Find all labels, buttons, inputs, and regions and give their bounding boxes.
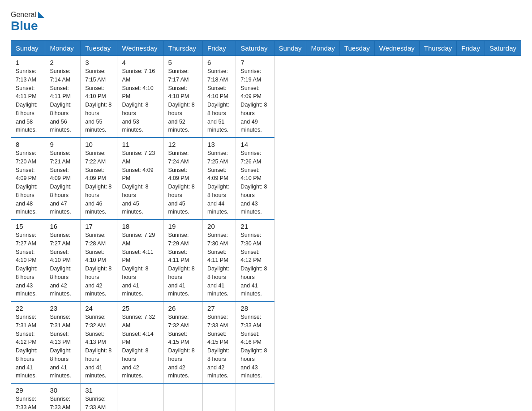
day-info: Sunrise: 7:28 AM Sunset: 4:10 PM Dayligh…	[85, 231, 112, 298]
day-number: 10	[85, 141, 112, 148]
calendar-cell: 3 Sunrise: 7:15 AM Sunset: 4:10 PM Dayli…	[81, 56, 117, 138]
calendar-cell: 27 Sunrise: 7:33 AM Sunset: 4:15 PM Dayl…	[203, 301, 236, 383]
calendar-cell: 30 Sunrise: 7:33 AM Sunset: 4:18 PM Dayl…	[45, 383, 81, 411]
day-number: 7	[240, 59, 269, 66]
day-number: 4	[122, 59, 159, 66]
day-number: 13	[207, 141, 231, 148]
day-number: 5	[168, 59, 198, 66]
calendar-cell: 2 Sunrise: 7:14 AM Sunset: 4:11 PM Dayli…	[45, 56, 81, 138]
weekday-header-wednesday: Wednesday	[117, 41, 163, 56]
calendar-week-2: 8 Sunrise: 7:20 AM Sunset: 4:09 PM Dayli…	[11, 137, 521, 219]
day-number: 6	[207, 59, 231, 66]
calendar-cell: 15 Sunrise: 7:27 AM Sunset: 4:10 PM Dayl…	[11, 219, 45, 301]
weekday-header-wednesday: Wednesday	[374, 41, 419, 56]
weekday-header-tuesday: Tuesday	[81, 41, 117, 56]
day-info: Sunrise: 7:33 AM Sunset: 4:18 PM Dayligh…	[50, 395, 76, 411]
day-number: 8	[16, 141, 40, 148]
weekday-header-saturday: Saturday	[236, 41, 274, 56]
weekday-header-friday: Friday	[457, 41, 485, 56]
day-number: 14	[240, 141, 269, 148]
calendar-table: SundayMondayTuesdayWednesdayThursdayFrid…	[11, 40, 521, 411]
day-number: 29	[16, 386, 40, 394]
day-info: Sunrise: 7:32 AM Sunset: 4:14 PM Dayligh…	[122, 313, 159, 380]
calendar-cell: 21 Sunrise: 7:30 AM Sunset: 4:12 PM Dayl…	[236, 219, 274, 301]
calendar-cell: 4 Sunrise: 7:16 AM Sunset: 4:10 PM Dayli…	[117, 56, 163, 138]
calendar-cell	[163, 383, 203, 411]
day-info: Sunrise: 7:20 AM Sunset: 4:09 PM Dayligh…	[16, 149, 40, 216]
calendar-cell: 17 Sunrise: 7:28 AM Sunset: 4:10 PM Dayl…	[81, 219, 117, 301]
day-number: 31	[85, 386, 112, 394]
calendar-week-3: 15 Sunrise: 7:27 AM Sunset: 4:10 PM Dayl…	[11, 219, 521, 301]
day-info: Sunrise: 7:33 AM Sunset: 4:19 PM Dayligh…	[85, 395, 112, 411]
calendar-cell: 11 Sunrise: 7:23 AM Sunset: 4:09 PM Dayl…	[117, 137, 163, 219]
day-info: Sunrise: 7:23 AM Sunset: 4:09 PM Dayligh…	[122, 149, 159, 216]
day-number: 12	[168, 141, 198, 148]
day-info: Sunrise: 7:22 AM Sunset: 4:09 PM Dayligh…	[85, 149, 112, 216]
day-info: Sunrise: 7:24 AM Sunset: 4:09 PM Dayligh…	[168, 149, 198, 216]
day-number: 20	[207, 223, 231, 230]
day-number: 15	[16, 223, 40, 230]
day-info: Sunrise: 7:32 AM Sunset: 4:13 PM Dayligh…	[85, 313, 112, 380]
day-info: Sunrise: 7:32 AM Sunset: 4:15 PM Dayligh…	[168, 313, 198, 380]
day-info: Sunrise: 7:29 AM Sunset: 4:11 PM Dayligh…	[122, 231, 159, 298]
day-number: 1	[16, 59, 40, 66]
calendar-cell	[236, 383, 274, 411]
calendar-cell: 29 Sunrise: 7:33 AM Sunset: 4:17 PM Dayl…	[11, 383, 45, 411]
calendar-cell: 28 Sunrise: 7:33 AM Sunset: 4:16 PM Dayl…	[236, 301, 274, 383]
calendar-week-4: 22 Sunrise: 7:31 AM Sunset: 4:12 PM Dayl…	[11, 301, 521, 383]
weekday-header-tuesday: Tuesday	[339, 41, 374, 56]
calendar-week-1: 1 Sunrise: 7:13 AM Sunset: 4:11 PM Dayli…	[11, 56, 521, 138]
day-number: 24	[85, 304, 112, 312]
day-info: Sunrise: 7:13 AM Sunset: 4:11 PM Dayligh…	[16, 67, 40, 134]
day-info: Sunrise: 7:17 AM Sunset: 4:10 PM Dayligh…	[168, 67, 198, 134]
logo-general-text: General	[11, 11, 36, 19]
weekday-header-sunday: Sunday	[274, 41, 306, 56]
day-info: Sunrise: 7:33 AM Sunset: 4:15 PM Dayligh…	[207, 313, 231, 380]
logo: General Blue	[11, 11, 44, 33]
weekday-header-monday: Monday	[45, 41, 81, 56]
day-info: Sunrise: 7:19 AM Sunset: 4:09 PM Dayligh…	[240, 67, 269, 134]
weekday-header-saturday: Saturday	[485, 41, 521, 56]
day-number: 11	[122, 141, 159, 148]
day-number: 26	[168, 304, 198, 312]
calendar-cell: 14 Sunrise: 7:26 AM Sunset: 4:10 PM Dayl…	[236, 137, 274, 219]
day-info: Sunrise: 7:27 AM Sunset: 4:10 PM Dayligh…	[50, 231, 76, 298]
day-number: 3	[85, 59, 112, 66]
calendar-cell: 10 Sunrise: 7:22 AM Sunset: 4:09 PM Dayl…	[81, 137, 117, 219]
day-info: Sunrise: 7:31 AM Sunset: 4:13 PM Dayligh…	[50, 313, 76, 380]
day-number: 2	[50, 59, 76, 66]
day-number: 30	[50, 386, 76, 394]
day-info: Sunrise: 7:26 AM Sunset: 4:10 PM Dayligh…	[240, 149, 269, 216]
day-number: 23	[50, 304, 76, 312]
weekday-header-friday: Friday	[203, 41, 236, 56]
calendar-cell: 25 Sunrise: 7:32 AM Sunset: 4:14 PM Dayl…	[117, 301, 163, 383]
weekday-header-thursday: Thursday	[163, 41, 203, 56]
day-number: 22	[16, 304, 40, 312]
day-number: 21	[240, 223, 269, 230]
day-number: 19	[168, 223, 198, 230]
calendar-cell	[117, 383, 163, 411]
day-info: Sunrise: 7:30 AM Sunset: 4:12 PM Dayligh…	[240, 231, 269, 298]
calendar-cell: 22 Sunrise: 7:31 AM Sunset: 4:12 PM Dayl…	[11, 301, 45, 383]
day-number: 18	[122, 223, 159, 230]
calendar-cell: 5 Sunrise: 7:17 AM Sunset: 4:10 PM Dayli…	[163, 56, 203, 138]
calendar-cell: 26 Sunrise: 7:32 AM Sunset: 4:15 PM Dayl…	[163, 301, 203, 383]
day-info: Sunrise: 7:18 AM Sunset: 4:10 PM Dayligh…	[207, 67, 231, 134]
calendar-week-5: 29 Sunrise: 7:33 AM Sunset: 4:17 PM Dayl…	[11, 383, 521, 411]
calendar-cell: 31 Sunrise: 7:33 AM Sunset: 4:19 PM Dayl…	[81, 383, 117, 411]
calendar-cell: 23 Sunrise: 7:31 AM Sunset: 4:13 PM Dayl…	[45, 301, 81, 383]
day-info: Sunrise: 7:30 AM Sunset: 4:11 PM Dayligh…	[207, 231, 231, 298]
page-header: General Blue	[11, 11, 521, 33]
day-number: 9	[50, 141, 76, 148]
day-number: 28	[240, 304, 269, 312]
day-number: 17	[85, 223, 112, 230]
weekday-header-monday: Monday	[306, 41, 339, 56]
calendar-cell: 13 Sunrise: 7:25 AM Sunset: 4:09 PM Dayl…	[203, 137, 236, 219]
calendar-cell: 19 Sunrise: 7:29 AM Sunset: 4:11 PM Dayl…	[163, 219, 203, 301]
calendar-cell	[203, 383, 236, 411]
day-info: Sunrise: 7:27 AM Sunset: 4:10 PM Dayligh…	[16, 231, 40, 298]
weekday-header-sunday: Sunday	[11, 41, 45, 56]
calendar-cell: 6 Sunrise: 7:18 AM Sunset: 4:10 PM Dayli…	[203, 56, 236, 138]
calendar-cell: 20 Sunrise: 7:30 AM Sunset: 4:11 PM Dayl…	[203, 219, 236, 301]
calendar-cell: 1 Sunrise: 7:13 AM Sunset: 4:11 PM Dayli…	[11, 56, 45, 138]
